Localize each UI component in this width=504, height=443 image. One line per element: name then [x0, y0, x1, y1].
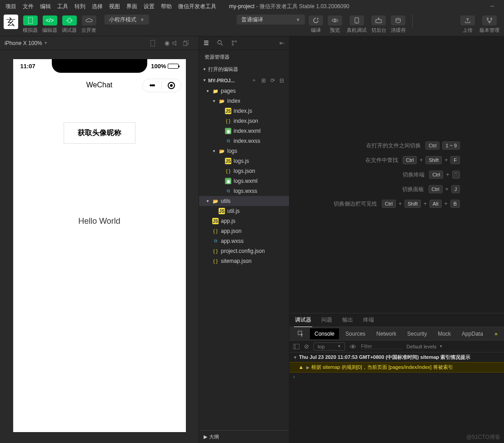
console-prompt[interactable]: › [289, 373, 504, 381]
console-context-selector[interactable]: top▼ [314, 342, 345, 351]
tree-node-logs[interactable]: ▼📂logs [199, 146, 289, 156]
tree-node-index[interactable]: ▼📂index [199, 96, 289, 106]
chevron-down-icon: ▼ [439, 344, 443, 348]
menu-select[interactable]: 选择 [89, 1, 105, 12]
tree-node-logs-wxml[interactable]: ▣logs.wxml [199, 176, 289, 186]
mute-icon[interactable] [172, 40, 183, 46]
devtools-more-icon[interactable]: » [492, 331, 500, 337]
menu-settings[interactable]: 设置 [141, 1, 157, 12]
get-avatar-button[interactable]: 获取头像昵称 [64, 122, 135, 144]
editor-toggle[interactable]: </>编辑器 [41, 15, 58, 35]
tree-node-sitemap-json[interactable]: { }sitemap.json [199, 256, 289, 266]
menu-help[interactable]: 帮助 [158, 1, 175, 12]
menu-tools[interactable]: 工具 [55, 1, 71, 12]
bottom-panel: 调试器 问题 输出 终端 Console Sources Network Sec… [289, 313, 504, 443]
console-levels-selector[interactable]: Default levels▼ [406, 344, 443, 349]
menu-view[interactable]: 视图 [106, 1, 123, 12]
menu-wechat-devtools[interactable]: 微信开发者工具 [175, 1, 219, 12]
shortcut-row: 在打开的文件之间切换Ctrl1 ~ 9 [334, 141, 460, 150]
record-icon[interactable]: ◉ [161, 40, 172, 46]
mode-selector[interactable]: 小程序模式▼ [105, 15, 149, 25]
panel-tab-debugger[interactable]: 调试器 [294, 313, 312, 327]
tree-node-logs-js[interactable]: JSlogs.js [199, 156, 289, 166]
svg-point-18 [232, 41, 234, 42]
devtools-tab-sources[interactable]: Sources [341, 328, 370, 339]
console-live-icon[interactable] [349, 344, 356, 349]
git-tab-icon[interactable] [230, 39, 239, 47]
project-section[interactable]: ▼ MY-PROJ... ＋ ⊞ ⟳ ⊟ [199, 75, 289, 86]
svg-rect-7 [376, 20, 381, 23]
status-time: 11:07 [20, 63, 35, 70]
compile-mode-selector[interactable]: 普通编译▼ [237, 15, 305, 25]
menu-goto[interactable]: 转到 [72, 1, 88, 12]
devtools-tab-security[interactable]: Security [403, 328, 431, 339]
tree-node-app-json[interactable]: { }app.json [199, 226, 289, 236]
devtools-tab-network[interactable]: Network [372, 328, 401, 339]
tree-node-index-js[interactable]: JSindex.js [199, 106, 289, 116]
editor-column: 在打开的文件之间切换Ctrl1 ~ 9在文件中查找Ctrl+Shift+F切换终… [289, 36, 504, 443]
tree-node-index-wxml[interactable]: ▣index.wxml [199, 126, 289, 136]
open-editors-section[interactable]: ▼打开的编辑器 [199, 64, 289, 75]
svg-rect-15 [183, 42, 187, 45]
panel-tab-output[interactable]: 输出 [341, 313, 354, 327]
menu-project[interactable]: 项目 [3, 1, 19, 12]
menu-file[interactable]: 文件 [20, 1, 36, 12]
capsule-button[interactable]: ••• [142, 79, 181, 92]
tree-node-app-js[interactable]: JSapp.js [199, 216, 289, 226]
detach-icon[interactable] [183, 40, 194, 46]
capsule-close-icon[interactable] [162, 82, 181, 89]
device-icon[interactable] [150, 40, 161, 46]
console-warning[interactable]: ▲▶根据 sitemap 的规则[0]，当前页面 [pages/index/in… [289, 362, 504, 373]
tree-node-app-wxss[interactable]: ⧉app.wxss [199, 236, 289, 246]
tree-node-logs-wxss[interactable]: ⧉logs.wxss [199, 186, 289, 196]
preview-button[interactable]: 预览 [327, 15, 343, 35]
collapse-icon[interactable]: ⇤ [278, 39, 286, 47]
tree-node-project-config-json[interactable]: { }project.config.json [199, 246, 289, 256]
panel-tab-problems[interactable]: 问题 [320, 313, 333, 327]
cloud-dev-button[interactable]: 云开发 [80, 15, 97, 35]
shortcut-row: 在文件中查找Ctrl+Shift+F [334, 156, 460, 164]
collapse-all-icon[interactable]: ⊟ [278, 77, 285, 84]
devtools-inspect-icon[interactable] [293, 328, 308, 339]
tree-node-pages[interactable]: ▼📁pages [199, 86, 289, 96]
remote-debug-button[interactable]: 真机调试 [346, 15, 368, 35]
devtools-tab-mock[interactable]: Mock [433, 328, 455, 339]
tree-node-index-json[interactable]: { }index.json [199, 116, 289, 126]
search-tab-icon[interactable] [215, 39, 225, 47]
outline-section[interactable]: ▶大纲 [199, 430, 289, 443]
clear-cache-button[interactable]: 清缓存 [390, 15, 407, 35]
menubar: 项目 文件 编辑 工具 转到 选择 视图 界面 设置 帮助 微信开发者工具 my… [0, 0, 504, 13]
capsule-menu-icon[interactable]: ••• [143, 81, 162, 90]
debugger-toggle[interactable]: 调试器 [61, 15, 78, 35]
tree-node-util-js[interactable]: JSutil.js [199, 206, 289, 216]
menu-edit[interactable]: 编辑 [37, 1, 54, 12]
menu-interface[interactable]: 界面 [124, 1, 140, 12]
explorer-tab-icon[interactable]: ☰ [202, 39, 211, 47]
refresh-icon[interactable]: ⟳ [269, 77, 276, 84]
svg-point-24 [352, 346, 354, 347]
device-selector[interactable]: iPhone X 100%▼ [5, 40, 48, 46]
svg-point-13 [489, 22, 490, 23]
svg-point-12 [491, 18, 492, 20]
tree-node-utils[interactable]: ▼📂utils [199, 196, 289, 206]
devtools-tab-appdata[interactable]: AppData [457, 328, 488, 339]
phone-simulator: 11:07 100% WeChat ••• 获取头像昵称 Hello World [13, 59, 186, 432]
tree-node-logs-json[interactable]: { }logs.json [199, 166, 289, 176]
upload-button[interactable]: 上传 [459, 15, 476, 35]
tree-node-index-wxss[interactable]: ⧉index.wxss [199, 136, 289, 146]
new-file-icon[interactable]: ＋ [250, 76, 258, 84]
panel-tab-terminal[interactable]: 终端 [362, 313, 375, 327]
background-button[interactable]: 切后台 [370, 15, 387, 35]
window-minimize-button[interactable]: − [483, 2, 501, 10]
console-log-group[interactable]: ▼Thu Jul 23 2020 11:07:53 GMT+0800 (中国标准… [289, 352, 504, 362]
console-filter-input[interactable] [361, 343, 402, 349]
version-button[interactable]: 版本管理 [479, 15, 500, 35]
simulator-toggle[interactable]: 模拟器 [22, 15, 39, 35]
compile-button[interactable]: 编译 [308, 15, 324, 35]
nav-title: WeChat [86, 81, 113, 89]
devtools-tab-console[interactable]: Console [310, 328, 339, 339]
svg-rect-14 [150, 40, 155, 46]
new-folder-icon[interactable]: ⊞ [260, 77, 267, 84]
console-clear-icon[interactable]: ⊘ [304, 343, 309, 350]
console-sidebar-icon[interactable] [293, 344, 299, 349]
